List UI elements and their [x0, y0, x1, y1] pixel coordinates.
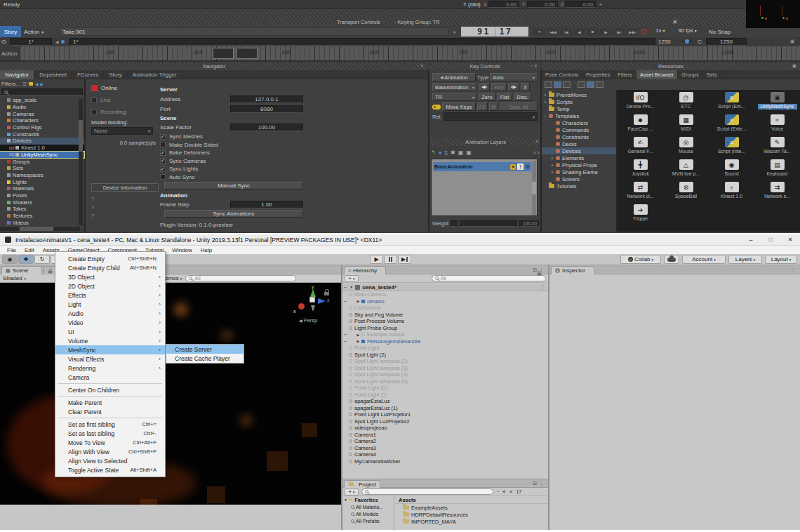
cloud-button[interactable] — [664, 255, 679, 264]
asset-folder-item[interactable]: Characters — [542, 119, 616, 126]
panel-menu-icon[interactable]: ▣ — [673, 19, 677, 25]
vertical-scrollbar[interactable] — [532, 161, 536, 215]
layer-dropdown[interactable]: BaseAnimation▾ — [432, 83, 477, 91]
menu-item[interactable]: Effects › — [55, 291, 165, 300]
kebab-menu-icon[interactable]: ⋮ — [539, 481, 544, 486]
asset-folder-item[interactable]: + PrevisMoves — [542, 91, 616, 98]
transport-button[interactable]: |◀◀ — [547, 28, 559, 35]
navigator-tree-item[interactable]: I/O UnityMeshSync — [0, 152, 84, 159]
asset-template-item[interactable]: ◎ Mouse — [663, 137, 709, 159]
hierarchy-item[interactable]: Spot Light LuzProjetor2 — [342, 418, 548, 425]
label-filter-icon[interactable]: ✦ — [502, 489, 506, 495]
asset-folder-item[interactable]: Decks — [542, 140, 616, 147]
expand-arrow-icon[interactable]: ▶ — [355, 299, 361, 303]
asset-folder-row[interactable]: ExampleAssets — [403, 504, 548, 511]
asset-template-item[interactable]: ➔ Trigger — [618, 204, 663, 227]
hierarchy-item[interactable]: Camera1 — [342, 432, 548, 439]
asset-template-item[interactable]: ✎ Wacom Ta... — [754, 137, 800, 159]
rotate-tool-button[interactable]: ↻ — [34, 255, 50, 264]
loop-toggle-icon[interactable] — [641, 29, 647, 34]
asset-folder-item[interactable]: + Shading Eleme — [542, 168, 616, 175]
audio-preview-icon[interactable]: ◔ — [496, 489, 499, 494]
hierarchy-item[interactable]: Spot Light lampada (3) — [342, 365, 548, 372]
scene-orientation-gizmo[interactable]: y z x ◀Persp — [289, 284, 338, 325]
asset-template-item[interactable]: ♁ Kinect 1.0 — [709, 182, 754, 204]
vertical-scrollbar[interactable] — [79, 99, 83, 225]
resources-tab[interactable]: Asset Browser — [636, 70, 678, 79]
type-dropdown[interactable]: Auto▾ — [490, 73, 538, 81]
transport-button[interactable]: ▶| — [613, 28, 625, 35]
transport-button[interactable]: ▶ — [600, 28, 612, 35]
submenu-item[interactable]: Create Server — [166, 345, 244, 354]
checkbox[interactable] — [160, 142, 166, 147]
checkbox[interactable] — [91, 98, 97, 103]
tree-view-icon[interactable] — [545, 81, 552, 88]
hand-tool-button[interactable]: ◉ — [2, 255, 18, 264]
key-button[interactable]: Key — [491, 83, 507, 91]
zero-button[interactable]: Zero — [479, 93, 495, 101]
hierarchy-item[interactable]: Spot Light lampada (2) — [342, 358, 548, 365]
resources-tab[interactable]: Pose Controls — [542, 70, 582, 79]
list-options-icon[interactable]: ☰ — [22, 81, 27, 87]
menu-item[interactable]: Light › — [55, 300, 165, 309]
row-visibility-toggles[interactable]: ▪▪ — [342, 300, 355, 303]
online-status-icon[interactable] — [91, 85, 98, 91]
keying-group-dropdown[interactable]: TR▾ — [432, 93, 477, 101]
asset-template-item[interactable]: △ MVN live p... — [663, 159, 709, 182]
menu-item[interactable]: Move To View Ctrl+Alt+F — [55, 438, 165, 447]
unity-title-bar[interactable]: InstalacaoAnimataV1 - cena_teste4 - PC, … — [0, 234, 800, 246]
tab-project[interactable]: Project — [344, 480, 380, 488]
menu-item[interactable] — [58, 418, 162, 418]
layer-mute-icon[interactable]: ⊘ — [525, 164, 530, 170]
expand-arrow-icon[interactable]: ▶ — [355, 339, 361, 343]
menu-item[interactable]: Volume › — [55, 336, 165, 345]
hierarchy-item[interactable]: apagarEstaLuz — [342, 398, 548, 405]
scene-viewport[interactable]: y z x ◀Persp — [0, 283, 341, 505]
duplicate-layer-icon[interactable]: ● — [439, 149, 442, 156]
menu-item[interactable]: Make Parent — [55, 398, 165, 407]
sync-option-checkbox[interactable]: Bake Deformers — [160, 149, 218, 157]
menu-item[interactable]: Set as first sibling Ctrl+= — [55, 420, 165, 429]
range-bar[interactable]: 1* — [69, 38, 655, 46]
gbl-axis-value[interactable]: 0.00 — [565, 1, 596, 8]
asset-template-item[interactable]: ✍ General F... — [618, 137, 663, 159]
asset-template-item[interactable]: ▤ Keyboard — [754, 159, 800, 182]
expand-arrow-icon[interactable]: ▶ — [355, 333, 361, 337]
navigator-tab[interactable]: Animation Trigger — [128, 70, 182, 79]
expand-toggle[interactable]: − — [544, 114, 549, 119]
hierarchy-item[interactable]: Point Light — [342, 345, 548, 352]
navigator-tree-item[interactable]: Lights — [0, 178, 84, 185]
asset-template-item[interactable]: ▣ UnityMeshSync — [754, 92, 800, 114]
navigator-tree-item[interactable]: I/O Kinect 1.0 — [0, 145, 84, 152]
navigator-tab[interactable]: Dopesheet — [34, 70, 72, 79]
scale-factor-field[interactable]: 100.00 — [230, 124, 303, 131]
snap-mode[interactable]: No Snap — [709, 29, 731, 35]
lock-icon[interactable] — [538, 273, 542, 276]
scrollbar-thumb[interactable] — [79, 120, 83, 152]
sync-option-checkbox[interactable]: Sync Cameras — [160, 157, 218, 166]
scrollbar-thumb[interactable] — [532, 182, 536, 194]
hierarchy-item[interactable]: Light Probe Group — [342, 325, 548, 332]
navigator-tab[interactable]: Story — [104, 70, 128, 79]
menu-item[interactable]: Align With View Ctrl+Shift+F — [55, 447, 165, 456]
playback-speed-dropdown[interactable]: 1x▾ — [655, 27, 665, 34]
asset-template-item[interactable]: ⇄ Network cl... — [618, 182, 663, 204]
resources-tab[interactable]: Sets — [703, 70, 721, 79]
navigator-tree-item[interactable]: Devices — [0, 138, 84, 145]
action-dropdown[interactable]: Action▾ — [24, 26, 44, 37]
port-field[interactable]: 8080 — [230, 105, 303, 113]
nav-forward-icon[interactable]: ▶ — [41, 81, 44, 86]
chevron-down-icon[interactable]: ▾ — [453, 29, 455, 34]
panel-menu-icon[interactable]: ▣ — [792, 63, 798, 69]
create-asset-button[interactable]: +▾ — [345, 488, 359, 496]
asset-folder-item[interactable]: Tutorials — [542, 182, 616, 189]
navigator-panel-header[interactable]: Navigator ▫✕ — [0, 62, 428, 70]
fps-dropdown[interactable]: 30 fps▾ — [678, 27, 697, 34]
resources-tab[interactable]: Filters — [614, 70, 636, 79]
navigator-tree-item[interactable]: Shaders — [0, 199, 84, 206]
maximize-button[interactable]: □ — [761, 234, 780, 246]
menu-item[interactable]: 3D Object › — [55, 272, 165, 281]
transform-gizmo-icon[interactable]: + — [599, 1, 602, 8]
panel-pin-close-icons[interactable]: ▫✕ — [532, 139, 540, 145]
projection-mode-label[interactable]: ◀Persp — [299, 317, 317, 324]
